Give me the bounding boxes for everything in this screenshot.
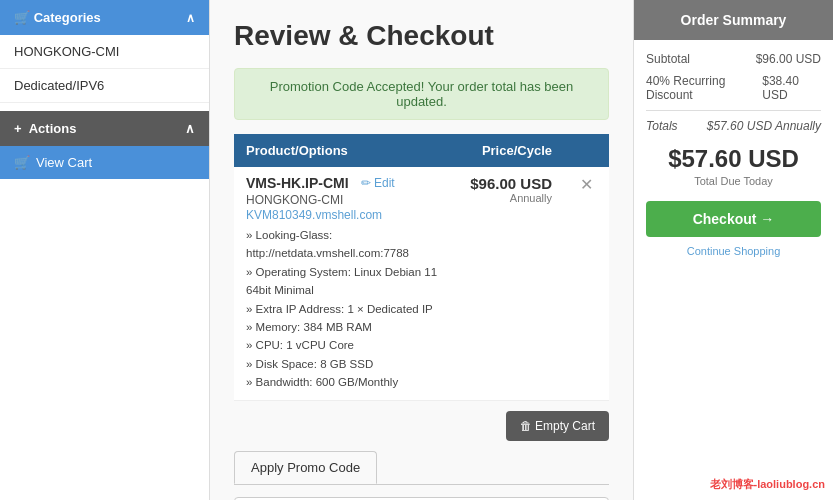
remove-cell: ✕	[564, 167, 609, 400]
discount-row: 40% Recurring Discount $38.40 USD	[646, 74, 821, 102]
edit-link[interactable]: ✏ Edit	[361, 176, 395, 190]
page-title: Review & Checkout	[234, 20, 609, 52]
sidebar: 🛒 Categories ∧ HONGKONG-CMI Dedicated/IP…	[0, 0, 210, 500]
main-content: Review & Checkout Promotion Code Accepte…	[210, 0, 633, 500]
discount-label: 40% Recurring Discount	[646, 74, 762, 102]
summary-divider	[646, 110, 821, 111]
edit-icon: ✏	[361, 176, 371, 190]
price-amount: $96.00 USD	[470, 175, 552, 192]
categories-chevron: ∧	[186, 11, 195, 25]
sidebar-item-hongkong[interactable]: HONGKONG-CMI	[0, 35, 209, 69]
product-link[interactable]: KVM810349.vmshell.com	[246, 208, 382, 222]
sidebar-item-cart[interactable]: 🛒 View Cart	[0, 146, 209, 179]
cart-table: Product/Options Price/Cycle VMS-HK.IP-CM…	[234, 134, 609, 401]
order-summary-header: Order Summary	[634, 0, 833, 40]
product-name: VMS-HK.IP-CMI	[246, 175, 349, 191]
due-today: Total Due Today	[646, 175, 821, 187]
nav-items: HONGKONG-CMI Dedicated/IPV6	[0, 35, 209, 103]
order-summary-body: Subtotal $96.00 USD 40% Recurring Discou…	[634, 40, 833, 269]
table-row: VMS-HK.IP-CMI ✏ Edit HONGKONG-CMI KVM810…	[234, 167, 609, 400]
categories-label: Categories	[34, 10, 101, 25]
subtotal-row: Subtotal $96.00 USD	[646, 52, 821, 66]
subtotal-label: Subtotal	[646, 52, 690, 66]
remove-item-button[interactable]: ✕	[576, 175, 597, 194]
totals-value: $57.60 USD Annually	[707, 119, 821, 133]
cart-icon: 🛒	[14, 155, 30, 170]
product-specs: » Looking-Glass: http://netdata.vmshell.…	[246, 226, 446, 392]
categories-header[interactable]: 🛒 Categories ∧	[0, 0, 209, 35]
empty-cart-button[interactable]: 🗑 Empty Cart	[506, 411, 609, 441]
cart-label: View Cart	[36, 155, 92, 170]
subtotal-value: $96.00 USD	[756, 52, 821, 66]
price-cycle: Annually	[470, 192, 552, 204]
sidebar-item-dedicated[interactable]: Dedicated/IPV6	[0, 69, 209, 103]
big-price: $57.60 USD	[646, 145, 821, 173]
categories-icon: 🛒 Categories	[14, 10, 101, 25]
totals-label: Totals	[646, 119, 678, 133]
continue-shopping-link[interactable]: Continue Shopping	[646, 245, 821, 257]
col-remove	[564, 134, 609, 167]
cart-bottom: 🗑 Empty Cart	[234, 411, 609, 441]
promo-banner: Promotion Code Accepted! Your order tota…	[234, 68, 609, 120]
promo-tabs: Apply Promo Code	[234, 451, 609, 485]
product-cell: VMS-HK.IP-CMI ✏ Edit HONGKONG-CMI KVM810…	[234, 167, 458, 400]
apply-promo-tab[interactable]: Apply Promo Code	[234, 451, 377, 484]
product-sub: HONGKONG-CMI	[246, 193, 446, 207]
discount-value: $38.40 USD	[762, 74, 821, 102]
actions-header[interactable]: + Actions ∧	[0, 111, 209, 146]
totals-row: Totals $57.60 USD Annually	[646, 119, 821, 133]
col-product: Product/Options	[234, 134, 458, 167]
checkout-button[interactable]: Checkout →	[646, 201, 821, 237]
col-price: Price/Cycle	[458, 134, 564, 167]
order-summary: Order Summary Subtotal $96.00 USD 40% Re…	[633, 0, 833, 500]
actions-label: + Actions	[14, 121, 76, 136]
actions-chevron: ∧	[185, 121, 195, 136]
price-cell: $96.00 USD Annually	[458, 167, 564, 400]
promo-code-display: sl202408 - 40% Recurring Discount	[234, 497, 609, 500]
